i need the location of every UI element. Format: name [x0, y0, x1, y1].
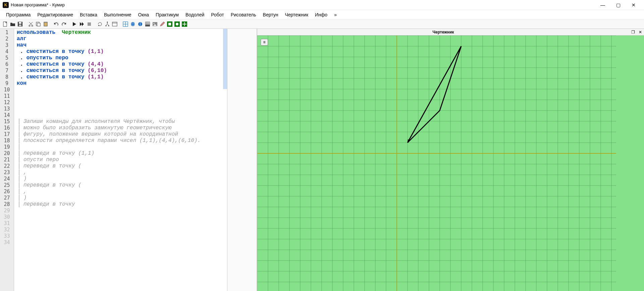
- code-line[interactable]: . сместиться в точку (1,1): [17, 49, 224, 55]
- menu-item-Выполнение[interactable]: Выполнение: [101, 11, 135, 19]
- pencil-icon[interactable]: [159, 21, 166, 27]
- line-number: 34: [0, 239, 14, 246]
- line-number: 14: [0, 112, 14, 119]
- code-line[interactable]: [17, 93, 224, 99]
- menu-item-Робот[interactable]: Робот: [208, 11, 227, 19]
- code-line[interactable]: алг: [17, 36, 224, 42]
- code-line[interactable]: фигуру, положение вершин которой на коор…: [17, 131, 224, 138]
- globe-icon[interactable]: [129, 21, 136, 27]
- line-number: 9: [0, 80, 14, 87]
- code-line[interactable]: переведи в точку (1,1): [17, 150, 224, 157]
- code-line[interactable]: опусти перо: [17, 157, 224, 163]
- code-line[interactable]: Запиши команды для исполнителя Чертёжник…: [17, 119, 224, 125]
- code-line[interactable]: использовать Чертежник: [17, 29, 224, 36]
- code-line[interactable]: [17, 99, 224, 106]
- stop-icon[interactable]: [86, 21, 93, 27]
- menu-item-Практикум[interactable]: Практикум: [152, 11, 182, 19]
- window-icon[interactable]: [111, 21, 118, 27]
- redo-icon[interactable]: [60, 21, 67, 27]
- menu-item-Программа[interactable]: Программа: [3, 11, 34, 19]
- code-line[interactable]: можно было изобразить замкнутую геометри…: [17, 125, 224, 131]
- panel-close-button[interactable]: ✕: [637, 29, 644, 35]
- open-file-icon[interactable]: [9, 21, 16, 27]
- line-number: 11: [0, 93, 14, 99]
- editor-pane: 1234567891011121314151617181920212223242…: [0, 29, 257, 291]
- cut-icon[interactable]: [28, 21, 34, 27]
- panel-maximize-button[interactable]: ❐: [629, 29, 637, 35]
- line-number: 30: [0, 214, 14, 220]
- code-line[interactable]: ,: [17, 169, 224, 176]
- line-number: 19: [0, 144, 14, 150]
- drawing-canvas[interactable]: ≡: [257, 35, 644, 291]
- menu-item-Редактирование[interactable]: Редактирование: [34, 11, 76, 19]
- code-line[interactable]: ): [17, 176, 224, 182]
- code-line[interactable]: переведи в точку (: [17, 182, 224, 189]
- menu-item-»[interactable]: »: [331, 11, 340, 19]
- toolbar: [0, 19, 644, 29]
- menu-item-Вертун[interactable]: Вертун: [260, 11, 282, 19]
- maximize-button[interactable]: ▢: [610, 0, 626, 10]
- code-line[interactable]: нач: [17, 42, 224, 49]
- line-number: 13: [0, 106, 14, 112]
- line-number: 21: [0, 157, 14, 163]
- line-number: 18: [0, 138, 14, 144]
- menu-item-Рисователь[interactable]: Рисователь: [227, 11, 260, 19]
- code-line[interactable]: [17, 87, 224, 93]
- code-line[interactable]: плоскости определяется парами чисел (1,1…: [17, 138, 224, 144]
- svg-rect-28: [147, 22, 148, 23]
- table-icon[interactable]: [144, 21, 151, 27]
- green3-icon[interactable]: [181, 21, 188, 27]
- green2-icon[interactable]: [174, 21, 180, 27]
- code-line[interactable]: [17, 106, 224, 112]
- code-editor[interactable]: использовать Чертежникалгнач . сместитьс…: [14, 29, 227, 291]
- image-icon[interactable]: [152, 21, 158, 27]
- app-icon: K: [3, 2, 9, 8]
- grid-icon[interactable]: [122, 21, 129, 27]
- menu-item-Водолей[interactable]: Водолей: [182, 11, 208, 19]
- canvas-menu-button[interactable]: ≡: [261, 39, 268, 46]
- code-line[interactable]: [17, 112, 224, 119]
- code-line[interactable]: кон: [17, 80, 224, 87]
- line-number: 7: [0, 68, 14, 74]
- svg-point-17: [108, 25, 109, 26]
- line-number: 16: [0, 125, 14, 131]
- minimize-button[interactable]: —: [595, 0, 610, 10]
- line-number: 2: [0, 36, 14, 42]
- code-line[interactable]: [17, 144, 224, 150]
- code-line[interactable]: . сместиться в точку (4,4): [17, 61, 224, 68]
- line-number: 24: [0, 176, 14, 182]
- line-number: 29: [0, 208, 14, 214]
- save-file-icon[interactable]: [17, 21, 23, 27]
- paste-icon[interactable]: [42, 21, 49, 27]
- copy-icon[interactable]: [35, 21, 42, 27]
- globe2-icon[interactable]: [137, 21, 144, 27]
- code-line[interactable]: . сместиться в точку (6,10): [17, 68, 224, 74]
- line-number: 20: [0, 150, 14, 157]
- code-line[interactable]: ): [17, 195, 224, 201]
- code-line[interactable]: ,: [17, 189, 224, 195]
- svg-rect-7: [37, 23, 40, 26]
- svg-marker-10: [73, 22, 76, 26]
- green1-icon[interactable]: [166, 21, 173, 27]
- code-line[interactable]: переведи в точку (: [17, 163, 224, 169]
- drawing-svg: [257, 35, 616, 291]
- line-number: 27: [0, 195, 14, 201]
- menu-item-Вставка[interactable]: Вставка: [76, 11, 101, 19]
- new-file-icon[interactable]: [2, 21, 9, 27]
- code-line[interactable]: . сместиться в точку (1,1): [17, 74, 224, 80]
- code-line[interactable]: переведи в точку: [17, 201, 224, 208]
- loop-icon[interactable]: [97, 21, 103, 27]
- menu-item-Инфо[interactable]: Инфо: [312, 11, 331, 19]
- code-line[interactable]: . опустить перо: [17, 55, 224, 61]
- run-icon[interactable]: [71, 21, 78, 27]
- undo-icon[interactable]: [53, 21, 60, 27]
- line-number: 12: [0, 99, 14, 106]
- run-margin-marker: [223, 29, 227, 89]
- menu-item-Чертежник[interactable]: Чертежник: [281, 11, 312, 19]
- branch-icon[interactable]: [104, 21, 111, 27]
- svg-point-23: [131, 22, 135, 26]
- close-button[interactable]: ✕: [626, 0, 641, 10]
- run-step-icon[interactable]: [78, 21, 85, 27]
- svg-rect-9: [45, 22, 47, 23]
- menu-item-Окна[interactable]: Окна: [135, 11, 153, 19]
